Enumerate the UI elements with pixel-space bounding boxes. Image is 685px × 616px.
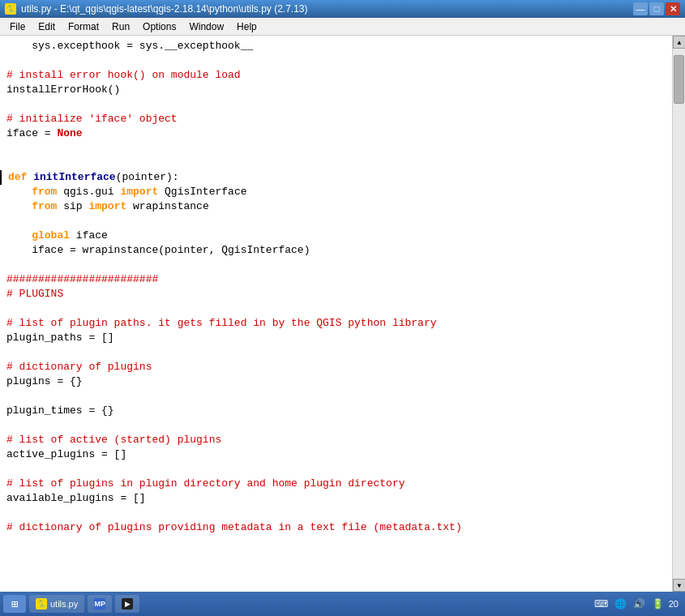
code-text: plugin_paths = [] bbox=[6, 331, 114, 345]
scroll-up-button[interactable]: ▲ bbox=[673, 36, 685, 49]
code-line: plugin_paths = [] bbox=[0, 331, 672, 345]
code-text: (pointer): bbox=[116, 170, 179, 185]
taskbar-right: ⌨ 🌐 🔊 🔋 20 bbox=[593, 598, 682, 610]
code-line: # list of plugins in plugin directory an… bbox=[0, 477, 672, 491]
code-text: # list of active (started) plugins bbox=[6, 433, 221, 447]
code-line bbox=[0, 258, 672, 272]
menu-window[interactable]: Window bbox=[182, 18, 230, 35]
code-text: ######################## bbox=[6, 272, 158, 287]
python-icon: 🐍 bbox=[5, 3, 16, 15]
code-keyword: from bbox=[32, 185, 63, 199]
code-text: wrapinstance bbox=[133, 199, 209, 214]
code-text bbox=[6, 185, 32, 199]
code-text: sip bbox=[63, 199, 88, 214]
code-line: plugins = {} bbox=[0, 374, 672, 389]
code-text: # initialize 'iface' object bbox=[6, 112, 178, 126]
code-line bbox=[0, 418, 672, 433]
maximize-button[interactable]: □ bbox=[649, 2, 664, 15]
code-text bbox=[6, 229, 32, 243]
code-text bbox=[6, 199, 32, 214]
code-text: # list of plugin paths. it gets filled i… bbox=[6, 316, 437, 331]
code-line bbox=[0, 345, 672, 360]
code-text: iface bbox=[76, 229, 108, 243]
menu-file[interactable]: File bbox=[3, 18, 32, 35]
scroll-down-button[interactable]: ▼ bbox=[673, 579, 685, 592]
code-text: available_plugins = [] bbox=[6, 491, 146, 506]
code-line bbox=[0, 214, 672, 229]
close-button[interactable]: ✕ bbox=[666, 2, 680, 15]
taskbar-cmd-icon: ▶ bbox=[122, 598, 133, 610]
code-line bbox=[0, 302, 672, 316]
code-text: # install error hook() on module load bbox=[6, 68, 241, 83]
code-keyword: from bbox=[32, 199, 63, 214]
code-line: from qgis.gui import QgisInterface bbox=[0, 185, 672, 199]
code-line: # initialize 'iface' object bbox=[0, 112, 672, 126]
code-text: iface = bbox=[6, 126, 57, 141]
scrollbar-track[interactable] bbox=[673, 49, 685, 579]
code-line: sys.excepthook = sys.__excepthook__ bbox=[0, 39, 672, 53]
code-line: global iface bbox=[0, 229, 672, 243]
code-text: iface = wrapinstance(pointer, QgisInterf… bbox=[6, 243, 310, 258]
code-text: qgis.gui bbox=[63, 185, 120, 199]
scrollbar-thumb[interactable] bbox=[674, 55, 684, 104]
code-line bbox=[0, 462, 672, 477]
titlebar: 🐍 utils.py - E:\qt_qgis\qgis-latest\qgis… bbox=[0, 0, 685, 18]
code-line: # list of active (started) plugins bbox=[0, 433, 672, 447]
menu-format[interactable]: Format bbox=[62, 18, 105, 35]
code-line: active_plugins = [] bbox=[0, 447, 672, 462]
taskbar-item-label: utils.py bbox=[50, 599, 78, 609]
code-keyword: None bbox=[57, 126, 82, 141]
taskbar-python-icon: 🐍 bbox=[36, 598, 47, 610]
titlebar-title: utils.py - E:\qt_qgis\qgis-latest\qgis-2… bbox=[21, 3, 308, 15]
start-icon: ⊞ bbox=[11, 597, 18, 611]
network-icon: 🌐 bbox=[613, 598, 628, 610]
code-text: plugins = {} bbox=[6, 374, 83, 389]
taskbar-mp-icon: MP bbox=[94, 598, 105, 610]
keyboard-icon: ⌨ bbox=[593, 598, 610, 610]
code-keyword: global bbox=[32, 229, 76, 243]
menu-edit[interactable]: Edit bbox=[32, 18, 62, 35]
code-text: QgisInterface bbox=[165, 185, 246, 199]
code-text: active_plugins = [] bbox=[6, 447, 126, 462]
code-line: installErrorHook() bbox=[0, 83, 672, 97]
code-keyword: import bbox=[120, 185, 165, 199]
code-area[interactable]: sys.excepthook = sys.__excepthook__ # in… bbox=[0, 36, 672, 592]
code-line bbox=[0, 53, 672, 68]
battery-icon: 🔋 bbox=[650, 598, 666, 610]
code-line bbox=[0, 389, 672, 404]
titlebar-buttons[interactable]: — □ ✕ bbox=[633, 2, 680, 15]
code-line: # dictionary of plugins bbox=[0, 360, 672, 374]
taskbar: ⊞ 🐍 utils.py MP ▶ ⌨ 🌐 🔊 🔋 20 bbox=[0, 592, 685, 616]
code-line: iface = wrapinstance(pointer, QgisInterf… bbox=[0, 243, 672, 258]
menu-help[interactable]: Help bbox=[230, 18, 263, 35]
code-line: ######################## bbox=[0, 272, 672, 287]
titlebar-left: 🐍 utils.py - E:\qt_qgis\qgis-latest\qgis… bbox=[5, 3, 308, 15]
minimize-button[interactable]: — bbox=[633, 2, 648, 15]
code-text: # dictionary of plugins bbox=[6, 360, 152, 374]
code-keyword: import bbox=[88, 199, 133, 214]
menu-options[interactable]: Options bbox=[136, 18, 182, 35]
code-text: sys.excepthook = sys.__excepthook__ bbox=[6, 39, 253, 53]
taskbar-item-utils[interactable]: 🐍 utils.py bbox=[29, 595, 84, 613]
taskbar-item-mp[interactable]: MP bbox=[88, 595, 112, 613]
code-func: initInterface bbox=[33, 170, 115, 185]
code-line: # PLUGINS bbox=[0, 287, 672, 302]
code-line bbox=[0, 506, 672, 520]
menu-run[interactable]: Run bbox=[105, 18, 136, 35]
code-line: # dictionary of plugins providing metada… bbox=[0, 520, 672, 535]
volume-icon: 🔊 bbox=[631, 598, 647, 610]
code-line: iface = None bbox=[0, 126, 672, 141]
code-text: # PLUGINS bbox=[6, 287, 63, 302]
editor-container: sys.excepthook = sys.__excepthook__ # in… bbox=[0, 36, 685, 592]
clock: 20 bbox=[669, 599, 682, 609]
code-line bbox=[0, 156, 672, 170]
taskbar-item-cmd[interactable]: ▶ bbox=[115, 595, 139, 613]
scrollbar[interactable]: ▲ ▼ bbox=[672, 36, 685, 592]
code-keyword: def bbox=[8, 170, 33, 185]
code-line: # list of plugin paths. it gets filled i… bbox=[0, 316, 672, 331]
start-button[interactable]: ⊞ bbox=[3, 595, 26, 613]
code-line: from sip import wrapinstance bbox=[0, 199, 672, 214]
code-line: def initInterface(pointer): bbox=[0, 170, 672, 185]
code-line bbox=[0, 141, 672, 156]
menubar: File Edit Format Run Options Window Help bbox=[0, 18, 685, 36]
